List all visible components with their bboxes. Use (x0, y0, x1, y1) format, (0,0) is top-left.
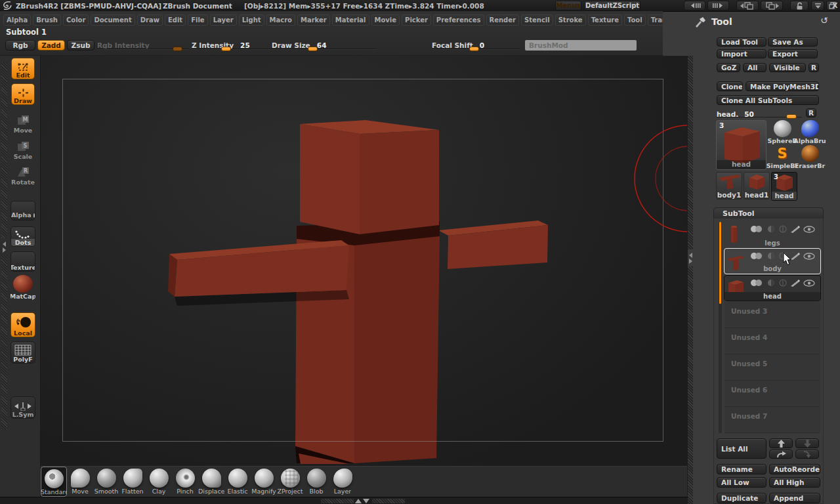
bottom-scroll-arrows[interactable] (355, 497, 369, 503)
slider-knob[interactable] (221, 47, 231, 51)
menu-material[interactable]: Material (332, 14, 369, 26)
append-button[interactable]: Append (769, 493, 820, 503)
menu-file[interactable]: File (188, 14, 207, 26)
draw-size-slider[interactable]: Draw Size 64 (272, 38, 377, 51)
all-low-button[interactable]: All Low (717, 477, 766, 488)
zadd-button[interactable]: Zadd (37, 40, 65, 51)
menu-preferences[interactable]: Preferences (433, 14, 484, 26)
brushmod-field[interactable]: BrushMod (525, 40, 637, 51)
eye-icon[interactable] (803, 280, 815, 287)
load-tool-button[interactable]: Load Tool (717, 37, 766, 47)
subtool-row-unused[interactable]: Unused 4 (724, 328, 820, 354)
move-to-top-button[interactable] (769, 450, 793, 459)
texture-selector[interactable]: Texture (10, 251, 35, 272)
zsub-button[interactable]: Zsub (67, 40, 94, 51)
rgb-button[interactable]: Rgb (5, 40, 35, 51)
shade-icon[interactable] (766, 225, 776, 233)
local-button[interactable]: Local (10, 312, 35, 337)
brush-zproject[interactable]: ZProject (277, 467, 303, 497)
menu-marker[interactable]: Marker (297, 14, 330, 26)
scale-button[interactable]: S Scale (11, 136, 35, 160)
paintbrush-icon[interactable] (790, 279, 801, 287)
recent-tool-head-selected[interactable]: 3 head (771, 172, 797, 201)
panel-reset-icon[interactable]: ↺ (820, 15, 828, 26)
menu-light[interactable]: Light (239, 14, 264, 26)
current-tool-preview[interactable]: 3 head (716, 120, 766, 170)
left-divider-chevrons[interactable] (1, 238, 7, 255)
save-as-button[interactable]: Save As (768, 37, 818, 47)
menu-tool[interactable]: Tool (624, 14, 646, 26)
quickpick-eraserbr[interactable]: EraserBr (797, 145, 823, 170)
matcap-selector[interactable]: MatCap (10, 275, 35, 300)
recent-tool-body1[interactable]: body1 (716, 172, 742, 200)
menu-stencil[interactable]: Stencil (521, 14, 553, 26)
all-high-button[interactable]: All High (769, 477, 820, 488)
menu-macro[interactable]: Macro (266, 14, 295, 26)
move-to-bottom-button[interactable] (795, 450, 819, 459)
shade-icon[interactable] (766, 279, 776, 287)
menu-edit[interactable]: Edit (165, 14, 186, 26)
goz-button[interactable]: GoZ (717, 63, 740, 72)
brush-blob[interactable]: Blob (303, 467, 329, 497)
eye-icon[interactable] (803, 226, 815, 233)
brush-standard[interactable]: Standard (41, 467, 67, 497)
bottom-scroll-hatch-left[interactable] (321, 499, 354, 503)
polypaint-icon[interactable] (749, 279, 764, 287)
rotate-button[interactable]: R Rotate (11, 162, 35, 186)
quickpick-alphabru[interactable]: AlphaBru (797, 120, 823, 145)
lock-icon[interactable] (790, 1, 808, 10)
slider-knob[interactable] (469, 47, 479, 51)
subtool-row-body[interactable]: body (724, 248, 821, 274)
quickpick-simplebr[interactable]: S SimpleBr (769, 145, 795, 170)
rename-button[interactable]: Rename (717, 464, 766, 474)
polypaint-icon[interactable] (749, 225, 764, 233)
brush-smooth[interactable]: Smooth (93, 467, 119, 497)
visible-button[interactable]: Visible (769, 63, 806, 72)
subtool-row-unused[interactable]: Unused 3 (724, 302, 820, 328)
subtool-row-unused[interactable]: Unused 6 (724, 381, 820, 407)
brush-move[interactable]: Move (67, 467, 93, 497)
default-zscript-button[interactable]: DefaultZScript (584, 1, 640, 10)
clone-all-subtools-button[interactable]: Clone All SubTools (717, 95, 819, 105)
half-visibility-icon[interactable] (778, 225, 788, 233)
menu-render[interactable]: Render (486, 14, 519, 26)
list-all-button[interactable]: List All (717, 438, 766, 459)
z-intensity-slider[interactable]: Z Intensity 25 (192, 38, 272, 51)
close-window-icon[interactable]: X (832, 1, 837, 10)
draw-button[interactable]: Draw (11, 83, 35, 105)
right-divider-chevrons[interactable] (688, 249, 693, 266)
subtool-row-unused[interactable]: Unused 5 (724, 354, 820, 381)
subtool-row-head[interactable]: head (724, 275, 821, 301)
menu-stroke[interactable]: Stroke (555, 14, 586, 26)
focal-shift-slider[interactable]: Focal Shift 0 (432, 38, 520, 51)
brush-layer[interactable]: Layer (329, 467, 356, 497)
polypaint-icon[interactable] (749, 252, 764, 260)
quickpick-sphereb[interactable]: SphereB (769, 120, 795, 145)
make-polymesh3d-button[interactable]: Make PolyMesh3D (746, 81, 819, 91)
clone-button[interactable]: Clone (717, 81, 743, 91)
brush-pinch[interactable]: Pinch (172, 467, 198, 497)
all-button[interactable]: All (743, 63, 766, 72)
slider-knob[interactable] (173, 47, 182, 51)
subtool-row-legs[interactable]: legs (724, 222, 820, 248)
menu-texture[interactable]: Texture (588, 14, 622, 26)
minimize-icon[interactable] (811, 1, 824, 10)
half-visibility-icon[interactable] (778, 279, 788, 287)
active-tool-slider[interactable]: head. 50 (717, 107, 802, 119)
dock-left-icon[interactable] (736, 1, 759, 10)
import-button[interactable]: Import (717, 49, 766, 58)
scroll-right-icon[interactable] (707, 1, 729, 10)
menu-document[interactable]: Document (91, 14, 135, 26)
polyframe-button[interactable]: PolyF (10, 341, 35, 364)
scroll-left-icon[interactable] (684, 1, 705, 10)
shade-icon[interactable] (766, 252, 776, 260)
brush-flatten[interactable]: Flatten (119, 467, 146, 497)
menu-color[interactable]: Color (63, 14, 89, 26)
right-divider-handle[interactable] (688, 56, 693, 504)
move-button[interactable]: M Move (11, 110, 35, 134)
edit-button[interactable]: Edit (11, 58, 35, 79)
move-down-button[interactable] (795, 438, 819, 448)
document-canvas[interactable] (41, 56, 687, 466)
brush-elastic[interactable]: Elastic (224, 467, 251, 497)
slider-r-button[interactable]: R (806, 108, 816, 117)
